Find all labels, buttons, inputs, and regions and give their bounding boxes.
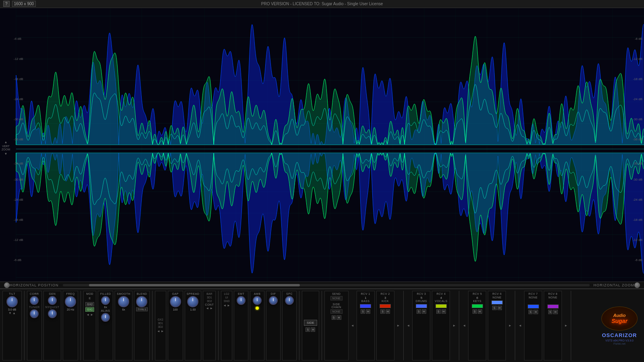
rcv1-num: 1 [365,296,366,300]
rcv5-prev[interactable]: ◄ [462,324,466,327]
rcv6-h[interactable]: H [497,306,502,310]
rcv-arrow-left: ◄ [350,291,355,360]
rcv3-prev[interactable]: ◄ [407,324,410,327]
rcv2-h[interactable]: H [386,309,390,314]
tuner-knob[interactable] [30,309,39,318]
rcv3-h[interactable]: H [422,309,426,314]
filled-value: 6x [104,306,107,309]
bar-prev[interactable]: ◄ [206,307,209,310]
blend-knob[interactable] [136,296,147,307]
amb-label: AMB [254,292,261,295]
rcv8-h[interactable]: H [553,310,557,314]
rcv7-color[interactable] [528,304,539,309]
logo-sugar-text: Sugar [611,318,627,324]
rcv7-prev[interactable]: ◄ [518,324,522,327]
spc-knob[interactable] [285,296,294,305]
gx2-btn[interactable]: GX2 [85,302,94,306]
lg-next[interactable]: ► [227,304,230,307]
mode-prev[interactable]: ◄ [86,313,89,317]
rcv6-s[interactable]: S [492,306,497,310]
h-position-knob[interactable] [4,282,10,288]
rcv5-s[interactable]: S [473,309,477,314]
h-scroll-area[interactable]: HORIZONTAL POSITION HORIZONTAL ZOOM [0,282,644,289]
tilt-down-arrow[interactable]: ▼ [8,312,12,315]
rcv8-color[interactable] [547,304,559,309]
rcv1-color[interactable] [360,304,371,308]
gx-next[interactable]: ► [161,330,164,333]
h-scroll-track[interactable] [63,284,590,286]
tilt-knob[interactable] [6,296,18,307]
side-chain-display: NONE [330,309,343,314]
db-label-rt5: -30 dB [633,117,642,121]
vert-zoom-control[interactable]: ▲ VERTZOOM ▼ [2,141,10,156]
s-btn[interactable]: S [305,327,310,332]
tilt-up-arrow[interactable]: ▲ [12,312,16,315]
amb-knob[interactable] [253,296,262,305]
rcv4-s[interactable]: S [436,309,441,314]
db-label-rb3: -24 dB [633,198,642,202]
rcv5-h[interactable]: H [478,309,482,314]
rcv8-next[interactable]: ► [564,324,568,327]
db-label-rb2: -30 dB [633,178,642,181]
gx-prev[interactable]: ◄ [157,330,160,333]
vert-zoom-down[interactable]: ▼ [4,152,8,156]
emt-knob[interactable] [237,296,246,305]
rcv4-num: 4 [440,296,442,300]
gap-knob[interactable] [170,296,181,307]
rcv1-h[interactable]: H [366,309,370,314]
rcv-r1[interactable]: ► [397,324,400,327]
gen-knob[interactable] [48,296,57,305]
rcv2-name: Kick [382,300,389,302]
dif-knob[interactable] [269,296,278,305]
vert-zoom-up[interactable]: ▲ [4,141,8,144]
gap-group: GAP 100 [168,291,183,360]
rcv5-color[interactable] [472,304,483,308]
rcv6-color[interactable] [491,300,503,304]
type1-btn[interactable]: TYPE 1 [136,307,148,311]
db-label-lt2: -12 dB [14,57,23,61]
h-scroll-thumb[interactable] [89,284,300,286]
mode-next[interactable]: ► [90,313,93,317]
bar-next[interactable]: ► [210,307,213,310]
smooth-knob[interactable] [118,296,129,307]
top-bar: ? 644 x 362 PRO VERSION - LICENSED TO: … [0,0,644,8]
rcv1-label: RCV 1 [361,292,370,295]
rcv-left[interactable]: ◄ [351,324,354,327]
rcv2-s[interactable]: S [380,309,385,314]
db-label-lb1: -36 dB [14,162,23,165]
gx1-btn[interactable]: GX1 [85,307,94,312]
rcv2-color[interactable] [380,304,391,308]
snd-label: SND [224,300,230,302]
spread-knob[interactable] [187,296,198,307]
alias-knob[interactable] [101,313,110,322]
filled-group: FILLED 6x ALIAS [98,291,113,360]
h-btn[interactable]: H [311,327,315,332]
divider-5 [299,291,299,360]
mount-group: SIDE S H [302,291,319,360]
rcv3-s[interactable]: S [417,309,421,314]
rcv7-s[interactable]: S [528,310,533,314]
rcv4-next[interactable]: ► [452,324,456,327]
rcv6-next[interactable]: ► [508,324,512,327]
freq-knob[interactable] [65,296,76,307]
send-h-btn[interactable]: H [336,315,341,320]
corr-knob[interactable] [30,296,39,305]
help-button[interactable]: ? [3,1,10,7]
send-s-btn[interactable]: S [332,315,336,320]
freq-group: FREQ 20 Hz [63,291,78,360]
rcv3-color[interactable] [416,304,427,308]
rcv3-group: RCV 3 5 Drums S H [412,291,430,360]
rcv4-color[interactable] [436,304,447,308]
bottom-controls: TILT 3.0 dB ▼ ▲ CORR TUNER GEN NYQUIST F… [0,289,644,362]
h-zoom-knob[interactable] [634,282,640,288]
rcv1-s[interactable]: S [361,309,365,314]
rcv8-s[interactable]: S [548,310,553,314]
rcv7-h[interactable]: H [533,310,538,314]
lg-prev[interactable]: ◄ [223,304,226,307]
mount-button[interactable]: SIDE [304,320,317,326]
divider-2 [80,291,81,360]
rcv4-h[interactable]: H [442,309,446,314]
tuner-label: TUNER [29,306,40,309]
nyquist-knob[interactable] [48,309,57,318]
filled-knob[interactable] [101,296,110,305]
